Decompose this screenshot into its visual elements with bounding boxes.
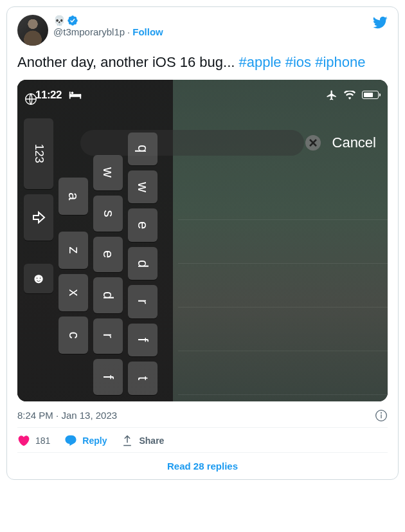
share-button[interactable]: Share: [121, 434, 164, 447]
svg-point-7: [381, 412, 382, 413]
status-time: 11:22: [35, 89, 62, 102]
like-count: 181: [35, 436, 50, 446]
user-info: 💀 @t3mporarybl1p · Follow: [53, 15, 367, 37]
reply-label: Reply: [82, 436, 107, 446]
hashtag-link[interactable]: #ios: [285, 54, 311, 70]
separator-dot: ·: [127, 26, 130, 37]
svg-rect-2: [69, 91, 71, 98]
ios-status-bar: 11:22: [17, 80, 388, 111]
cancel-button: Cancel: [332, 134, 376, 151]
avatar[interactable]: [17, 15, 48, 46]
clear-search-button: [305, 135, 321, 151]
key-letter: f: [128, 324, 158, 356]
read-replies-link[interactable]: Read 28 replies: [17, 452, 388, 477]
tweet-text: Another day, another iOS 16 bug... #appl…: [17, 53, 388, 72]
svg-rect-3: [80, 94, 81, 98]
battery-icon: [362, 91, 379, 99]
handle[interactable]: @t3mporarybl1p: [53, 26, 125, 37]
separator-dot: ·: [53, 410, 62, 421]
key-letter: t: [128, 362, 158, 394]
tweet-card: 💀 @t3mporarybl1p · Follow Another day, a…: [6, 6, 399, 480]
key-letter: e: [93, 237, 123, 273]
bed-icon: [68, 90, 82, 100]
hashtag-link[interactable]: #iphone: [315, 54, 365, 70]
action-bar: 181 Reply Share: [17, 427, 388, 452]
airplane-icon: [326, 89, 338, 101]
verified-badge-icon: [67, 15, 78, 26]
tweet-media[interactable]: 11:22 Cancel: [17, 80, 388, 401]
screenshot-image: 11:22 Cancel: [17, 80, 388, 401]
tweet-date: Jan 13, 2023: [61, 410, 117, 421]
tweet-text-body: Another day, another iOS 16 bug...: [17, 54, 239, 70]
key-123: 123: [24, 118, 53, 189]
wifi-icon: [344, 91, 356, 100]
key-letter: w: [93, 155, 123, 191]
key-letter: r: [128, 285, 158, 318]
key-letter: q: [128, 133, 158, 165]
timestamp[interactable]: 8:24 PM · Jan 13, 2023: [17, 409, 388, 422]
key-letter: c: [59, 316, 88, 354]
svg-point-4: [71, 91, 74, 94]
display-name[interactable]: 💀: [53, 15, 66, 26]
key-letter: e: [128, 208, 158, 241]
blurred-results: [178, 176, 388, 401]
share-label: Share: [139, 436, 164, 446]
svg-rect-1: [69, 94, 81, 97]
key-letter: z: [59, 232, 88, 269]
like-button[interactable]: 181: [17, 434, 50, 447]
tweet-time: 8:24 PM: [17, 410, 53, 421]
rotated-keyboard: 123 ☻ a z x c w s e d r: [17, 107, 178, 401]
info-icon[interactable]: [375, 409, 388, 422]
search-row: Cancel: [305, 134, 376, 151]
tweet-header: 💀 @t3mporarybl1p · Follow: [17, 15, 388, 46]
key-letter: d: [128, 247, 158, 280]
key-letter: s: [93, 196, 123, 232]
follow-link[interactable]: Follow: [132, 26, 163, 37]
key-letter: r: [93, 318, 123, 354]
key-letter: d: [93, 277, 123, 313]
key-letter: w: [128, 170, 158, 203]
key-emoji: ☻: [24, 264, 53, 293]
key-letter: f: [93, 359, 123, 395]
key-shift: [24, 194, 53, 241]
hashtag-link[interactable]: #apple: [239, 54, 281, 70]
reply-button[interactable]: Reply: [64, 434, 107, 447]
key-letter: x: [59, 274, 88, 311]
key-letter: a: [59, 178, 88, 215]
twitter-logo-icon[interactable]: [372, 15, 388, 33]
